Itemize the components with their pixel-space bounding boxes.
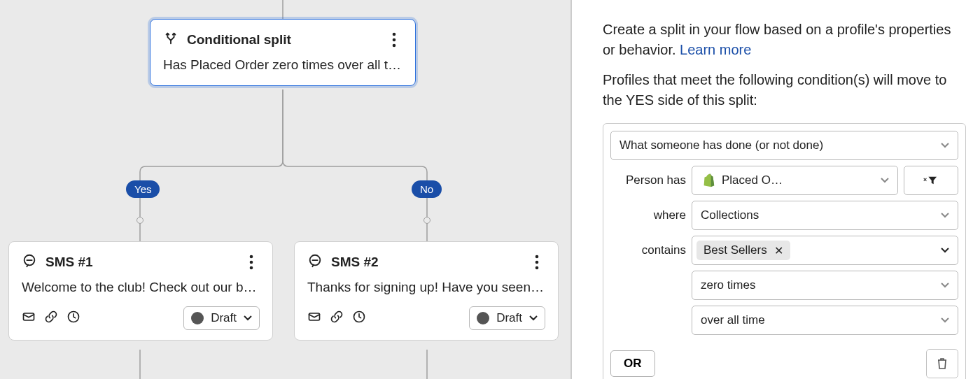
quiet-hours-icon[interactable] (352, 310, 366, 327)
svg-point-2 (393, 44, 396, 48)
learn-more-link[interactable]: Learn more (680, 42, 751, 57)
condition-group: What someone has done (or not done) Pers… (603, 123, 966, 379)
chevron-down-icon (941, 313, 949, 327)
split-icon (163, 31, 178, 49)
timeframe-select[interactable]: over all time (692, 306, 958, 335)
svg-point-6 (250, 266, 253, 270)
svg-point-10 (536, 255, 539, 259)
chevron-down-icon (941, 278, 949, 292)
utm-icon[interactable] (44, 310, 58, 327)
where-label: where (610, 208, 686, 222)
flow-canvas[interactable]: Conditional split Has Placed Order zero … (0, 0, 570, 379)
event-select[interactable]: Placed O… (692, 166, 898, 195)
status-label: Draft (496, 311, 522, 325)
sms-node-1[interactable]: SMS #1 Welcome to the club! Check out ou… (8, 241, 273, 341)
svg-point-5 (250, 261, 253, 264)
shopify-icon (701, 173, 716, 188)
select-value: What someone has done (or not done) (620, 138, 823, 152)
status-label: Draft (211, 311, 237, 325)
status-dot-icon (191, 312, 204, 324)
node-title: SMS #1 (46, 255, 93, 270)
person-has-label: Person has (610, 173, 686, 187)
node-title: Conditional split (187, 32, 291, 48)
status-select[interactable]: Draft (183, 306, 260, 330)
smart-send-icon[interactable] (307, 310, 321, 327)
node-summary: Has Placed Order zero times over all tim… (163, 57, 402, 73)
svg-point-12 (536, 266, 539, 270)
conditional-split-node[interactable]: Conditional split Has Placed Order zero … (150, 19, 416, 86)
conditional-split-panel: Create a split in your flow based on a p… (570, 0, 980, 379)
chevron-down-icon (941, 208, 949, 222)
chevron-down-icon (529, 312, 538, 324)
contains-multiselect[interactable]: Best Sellers ✕ (692, 236, 958, 265)
status-select[interactable]: Draft (469, 306, 545, 330)
select-value: Placed O… (722, 173, 881, 187)
clear-filter-button[interactable]: × (904, 166, 958, 195)
svg-point-1 (393, 38, 396, 42)
quiet-hours-icon[interactable] (66, 310, 80, 327)
panel-instruction: Profiles that meet the following conditi… (603, 70, 966, 110)
where-select[interactable]: Collections (692, 201, 958, 230)
connector-joint (136, 217, 144, 224)
chevron-down-icon (244, 312, 252, 324)
select-value: over all time (701, 313, 765, 327)
node-menu-button[interactable] (386, 31, 402, 48)
svg-point-0 (393, 33, 396, 36)
node-menu-button[interactable] (528, 254, 545, 271)
smart-send-icon[interactable] (22, 310, 36, 327)
chip-best-sellers: Best Sellers ✕ (696, 241, 790, 260)
connector-joint (424, 217, 430, 224)
svg-point-4 (250, 255, 253, 259)
sms-preview: Welcome to the club! Check out our best … (22, 280, 260, 295)
branch-yes-pill: Yes (126, 180, 160, 198)
contains-label: contains (610, 243, 686, 257)
chevron-down-icon (881, 173, 889, 187)
sms-preview: Thanks for signing up! Have you seen our… (307, 280, 545, 295)
times-select[interactable]: zero times (692, 271, 958, 300)
svg-point-11 (536, 261, 539, 264)
delete-condition-button[interactable] (926, 349, 958, 378)
chip-remove-button[interactable]: ✕ (774, 244, 783, 257)
utm-icon[interactable] (330, 310, 344, 327)
select-value: Collections (701, 208, 759, 222)
svg-text:×: × (923, 176, 927, 183)
chevron-down-icon (941, 244, 949, 257)
status-dot-icon (477, 312, 489, 324)
branch-no-pill: No (412, 180, 442, 198)
panel-intro-text: Create a split in your flow based on a p… (603, 22, 951, 57)
add-or-button[interactable]: OR (610, 350, 655, 377)
node-menu-button[interactable] (243, 254, 260, 271)
chip-label: Best Sellers (704, 243, 767, 257)
sms-node-2[interactable]: SMS #2 Thanks for signing up! Have you s… (294, 241, 559, 341)
panel-intro: Create a split in your flow based on a p… (603, 20, 966, 60)
node-title: SMS #2 (331, 255, 379, 270)
chevron-down-icon (941, 138, 949, 152)
sms-icon (22, 253, 37, 271)
select-value: zero times (701, 278, 755, 292)
sms-icon (307, 253, 323, 271)
definition-type-select[interactable]: What someone has done (or not done) (610, 131, 958, 160)
